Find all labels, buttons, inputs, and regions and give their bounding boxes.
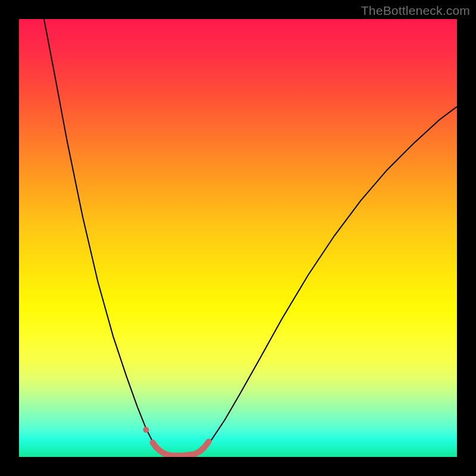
chart-frame: TheBottleneck.com xyxy=(0,0,476,476)
bottleneck-curve xyxy=(44,19,457,456)
plot-area xyxy=(19,19,457,457)
threshold-marker xyxy=(152,441,208,456)
svg-point-0 xyxy=(143,427,149,433)
chart-svg xyxy=(19,19,457,457)
watermark-text: TheBottleneck.com xyxy=(361,4,470,18)
threshold-dot xyxy=(143,427,149,433)
